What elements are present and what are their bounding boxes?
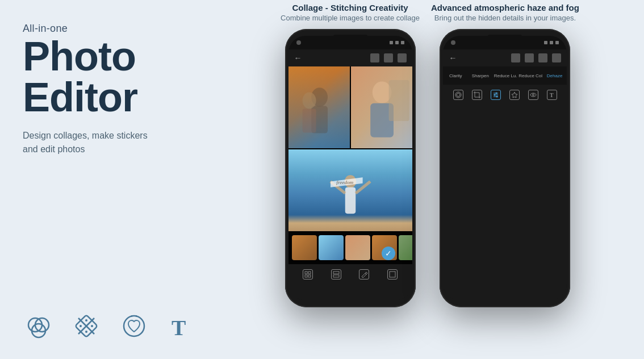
haze-signal-icon	[544, 41, 547, 44]
collage-phone-screen: ←	[288, 36, 412, 300]
haze-phone-shell: ←	[440, 29, 570, 307]
svg-rect-27	[305, 272, 307, 274]
grid-icon[interactable]	[303, 269, 313, 279]
undo-icon	[370, 53, 379, 62]
battery-icon	[401, 41, 404, 44]
svg-text:T: T	[172, 316, 186, 340]
haze-phone-caption: Advanced atmospheric haze and fog Bring …	[431, 3, 579, 22]
tool-dehaze[interactable]: Dehaze	[542, 72, 567, 80]
svg-text:freedom: freedom	[336, 180, 353, 185]
thumbnail-strip: ✓	[288, 231, 412, 264]
app-bottom-bar-haze: T	[443, 85, 567, 105]
svg-point-48	[530, 93, 536, 97]
redo-icon	[384, 53, 393, 62]
haze-text-icon[interactable]: T	[547, 90, 557, 100]
phone-notch	[333, 35, 367, 38]
thumb-3[interactable]	[345, 235, 370, 260]
haze-crop-icon[interactable]	[472, 90, 482, 100]
haze-undo-icon	[511, 53, 520, 62]
haze-title: Advanced atmospheric haze and fog	[431, 3, 579, 12]
svg-point-13	[311, 87, 328, 107]
left-panel: All-in-one Photo Editor Design collages,…	[0, 0, 216, 359]
haze-subtitle: Bring out the hidden details in your ima…	[431, 14, 579, 22]
camera-dot	[296, 40, 301, 45]
haze-effects-icon[interactable]	[509, 90, 520, 100]
svg-point-45	[495, 93, 497, 94]
color-blend-icon	[23, 310, 55, 342]
svg-rect-29	[305, 275, 307, 277]
svg-rect-16	[302, 108, 316, 132]
haze-save-icon	[538, 53, 547, 62]
collage-cell-2	[351, 66, 412, 148]
crop-icon[interactable]	[387, 269, 398, 279]
thumb-1[interactable]	[292, 235, 317, 260]
svg-point-40	[457, 93, 460, 97]
feature-icons-row: T	[23, 310, 199, 342]
share-icon	[398, 53, 407, 62]
haze-share-icon	[552, 53, 561, 62]
signal-icon	[390, 41, 393, 44]
back-button-haze[interactable]: ←	[449, 53, 457, 62]
thumb-selected-indicator: ✓	[382, 247, 395, 260]
heart-stamp-icon	[118, 310, 150, 342]
svg-rect-28	[308, 272, 311, 274]
app-bottom-bar-collage	[288, 264, 412, 285]
svg-rect-30	[308, 275, 311, 277]
layout-icon[interactable]	[331, 269, 341, 279]
app-description: Design collages, make stickersand edit p…	[23, 129, 199, 156]
svg-text:T: T	[550, 92, 554, 98]
haze-wifi-icon	[550, 41, 553, 44]
thumb-5[interactable]	[399, 235, 412, 260]
svg-point-7	[85, 331, 87, 333]
haze-adjust-icon[interactable]	[491, 90, 501, 100]
haze-settings-icon[interactable]	[453, 90, 463, 100]
haze-phone-notch	[488, 35, 522, 38]
haze-camera-dot	[451, 40, 455, 45]
svg-point-6	[85, 319, 87, 322]
svg-point-9	[91, 325, 93, 327]
phones-area: Collage - Stitching Creativity Combine m…	[216, 0, 644, 359]
bandage-icon	[70, 310, 102, 342]
collage-phone-card: Collage - Stitching Creativity Combine m…	[281, 3, 420, 307]
text-icon: T	[166, 310, 198, 342]
svg-rect-31	[333, 272, 339, 274]
tool-clarity[interactable]: Clarity	[443, 72, 468, 80]
tools-strip-haze: Clarity Sharpen Reduce Lu... Reduce Col.…	[443, 66, 567, 85]
title-line2: Editor	[23, 74, 137, 120]
tool-sharpen[interactable]: Sharpen	[468, 72, 493, 80]
svg-rect-33	[390, 272, 395, 277]
collage-grid: freedom	[288, 66, 412, 231]
svg-point-47	[496, 96, 497, 98]
app-subtitle: All-in-one	[23, 23, 199, 35]
haze-phone-screen: ←	[443, 36, 567, 300]
svg-rect-23	[345, 187, 356, 214]
svg-point-49	[532, 94, 534, 96]
back-button-collage[interactable]: ←	[294, 53, 302, 62]
app-title: Photo Editor	[23, 36, 199, 118]
pencil-icon[interactable]	[359, 269, 369, 279]
svg-rect-20	[388, 80, 409, 121]
svg-rect-32	[333, 275, 339, 277]
svg-point-46	[494, 94, 495, 96]
wifi-icon	[395, 41, 399, 44]
collage-cell-1	[288, 66, 350, 148]
app-toolbar-collage: ←	[288, 49, 412, 66]
thumb-2[interactable]	[319, 235, 344, 260]
haze-phone-card: Advanced atmospheric haze and fog Bring …	[431, 3, 579, 307]
svg-rect-14	[311, 106, 328, 133]
collage-phone-shell: ←	[285, 29, 416, 307]
haze-battery-icon	[555, 41, 559, 44]
status-icons	[390, 41, 404, 44]
app-toolbar-haze: ←	[443, 49, 567, 66]
title-line1: Photo	[23, 34, 136, 79]
svg-point-15	[302, 93, 316, 109]
svg-point-18	[372, 81, 391, 103]
tool-reduce-lu[interactable]: Reduce Lu...	[493, 72, 518, 80]
collage-title: Collage - Stitching Creativity	[281, 3, 420, 12]
haze-status-icons	[544, 41, 559, 44]
haze-redo-icon	[525, 53, 534, 62]
collage-cell-freedom: freedom	[288, 149, 412, 231]
haze-eye-icon[interactable]	[528, 90, 538, 100]
collage-subtitle: Combine multiple images to create collag…	[281, 14, 420, 22]
tool-reduce-col[interactable]: Reduce Col...	[517, 72, 542, 80]
